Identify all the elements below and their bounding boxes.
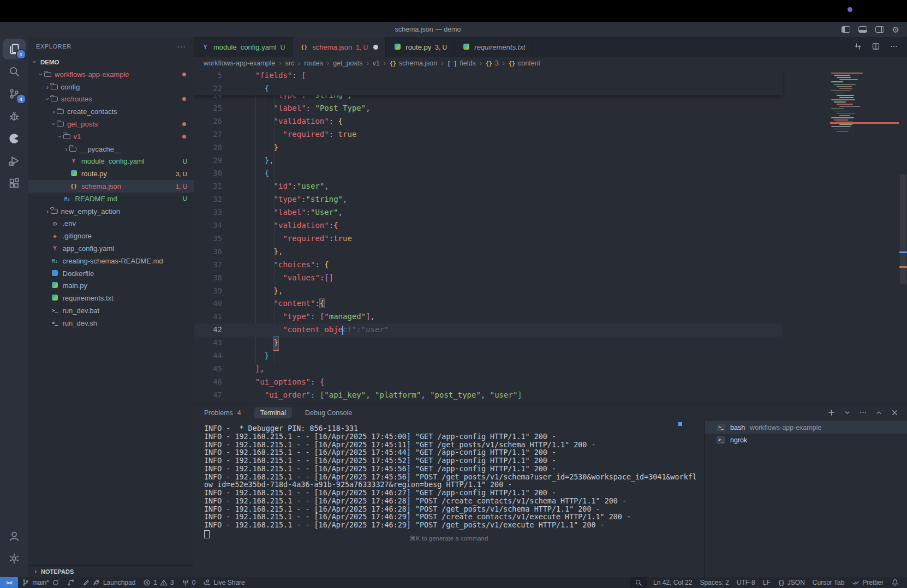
status-search[interactable] <box>630 577 647 588</box>
tree-item-readme-md[interactable]: M↓README.mdU <box>28 193 194 205</box>
toggle-secondary-sidebar-icon[interactable] <box>875 26 884 33</box>
code-line-35[interactable]: 35 "required":true <box>194 232 783 245</box>
tree-item-dockerfile[interactable]: Dockerfile <box>28 267 194 280</box>
tree-item-run-dev-sh[interactable]: >_run_dev.sh <box>28 317 194 329</box>
code-line-47[interactable]: 47 "ui_order": ["api_key", "platform", "… <box>194 389 783 402</box>
code-line-46[interactable]: 46 "ui_options": { <box>194 376 783 389</box>
breadcrumb-item-3[interactable]: {}3 <box>486 59 499 67</box>
tree-item-config[interactable]: ›config <box>28 81 194 93</box>
cursor-position[interactable]: Ln 42, Col 22 <box>649 577 696 588</box>
activity-item-extensions[interactable] <box>3 173 26 194</box>
tree-item-main-py[interactable]: main.py <box>28 280 194 292</box>
terminal-instance-bash[interactable]: >_bashworkflows-app-example <box>705 421 907 434</box>
eol[interactable]: LF <box>759 577 774 588</box>
explorer-more-actions-icon[interactable]: ··· <box>177 42 186 51</box>
code-line-32[interactable]: 32 "type":"string", <box>194 193 783 206</box>
tab-schema-json[interactable]: {}schema.json1, U <box>293 37 386 57</box>
breadcrumb-item-routes[interactable]: routes <box>304 59 323 67</box>
breadcrumb-item-src[interactable]: src <box>285 59 294 67</box>
code-line-26[interactable]: 26 "validation": { <box>194 115 783 128</box>
code-line-40[interactable]: 40 "content":{ <box>194 297 783 310</box>
panel-tab-terminal[interactable]: Terminal <box>254 407 292 418</box>
encoding[interactable]: UTF-8 <box>733 577 759 588</box>
code-line-28[interactable]: 28 } <box>194 141 783 154</box>
tab-module-config-yaml[interactable]: Ymodule_config.yamlU <box>194 37 293 57</box>
code-line-34[interactable]: 34 "validation":{ <box>194 219 783 232</box>
tree-item-app-config-yaml[interactable]: Yapp_config.yaml <box>28 242 194 255</box>
code-line-36[interactable]: 36 }, <box>194 245 783 259</box>
activity-item-explorer[interactable]: 1 <box>3 39 26 59</box>
panel-tab-debug-console[interactable]: Debug Console <box>305 409 352 417</box>
code-line-41[interactable]: 41 "type": ["managed"], <box>194 310 783 323</box>
breadcrumb-item-get-posts[interactable]: get_posts <box>333 59 362 67</box>
maximize-icon[interactable] <box>875 409 883 417</box>
tree-item-v1[interactable]: ›v1 <box>28 130 194 143</box>
tree-item-pycache[interactable]: ›__pycache__ <box>28 143 194 155</box>
breadcrumb-item-schema-json[interactable]: {}schema.json <box>390 59 437 67</box>
code-line-38[interactable]: 38 "values":[] <box>194 272 783 285</box>
activity-item-accounts[interactable] <box>3 526 26 547</box>
activity-item-source-control[interactable]: 4 <box>3 83 26 104</box>
remote-indicator[interactable]: >< <box>0 577 18 588</box>
tree-item-src-routes[interactable]: ›src/routes <box>28 93 194 106</box>
tree-item-schema-json[interactable]: {}schema.json1, U <box>28 180 194 193</box>
tree-item-module-config-yaml[interactable]: Ymodule_config.yamlU <box>28 155 194 168</box>
code-editor[interactable]: 24 "type": "string",25 "label": "Post Ty… <box>194 69 907 404</box>
tree-item-gitignore[interactable]: ◆.gitignore <box>28 230 194 242</box>
cursor-tab[interactable]: Cursor Tab <box>809 577 848 588</box>
tree-item-get-posts[interactable]: ›get_posts <box>28 118 194 130</box>
close-icon[interactable] <box>891 409 899 417</box>
code-line-42[interactable]: 42 "content_object":"user" <box>194 323 783 337</box>
tree-item-run-dev-bat[interactable]: >_run_dev.bat <box>28 304 194 317</box>
toggle-primary-sidebar-icon[interactable] <box>842 26 850 33</box>
unsaved-dot-icon[interactable] <box>373 45 378 50</box>
workspace-section-header[interactable]: › DEMO <box>28 56 194 68</box>
sticky-line-5[interactable]: 5 "fields": [ <box>194 69 783 82</box>
more-actions-icon[interactable] <box>890 42 898 51</box>
activity-item-run-and-debug[interactable] <box>3 151 26 171</box>
indentation[interactable]: Spaces: 2 <box>696 577 732 588</box>
launchpad-status[interactable]: Launchpad <box>79 577 139 588</box>
terminal-instance-ngrok[interactable]: >_ngrok <box>705 434 907 446</box>
live-share-status[interactable]: Live Share <box>199 577 248 588</box>
tree-item-new-empty-action[interactable]: ›new_empty_action <box>28 205 194 218</box>
tree-item-workflows-app-example[interactable]: ›workflows-app-example <box>28 68 194 81</box>
split-editor-icon[interactable] <box>872 42 880 51</box>
activity-item-manage-settings[interactable] <box>3 548 26 569</box>
tree-item-route-py[interactable]: route.py3, U <box>28 167 194 180</box>
breadcrumb-item-content[interactable]: {}content <box>509 59 540 67</box>
code-line-39[interactable]: 39 }, <box>194 285 783 298</box>
code-line-37[interactable]: 37 "choices": { <box>194 259 783 272</box>
toggle-panel-icon[interactable] <box>858 26 867 33</box>
settings-gear-icon[interactable]: ⚙ <box>892 26 899 34</box>
problems-status[interactable]: 13 <box>139 577 177 588</box>
language-mode[interactable]: {}JSON <box>774 577 809 588</box>
activity-item-search[interactable] <box>3 61 26 82</box>
code-line-43[interactable]: 43 } <box>194 337 783 350</box>
code-line-27[interactable]: 27 "required": true <box>194 128 783 141</box>
code-line-33[interactable]: 33 "label":"User", <box>194 206 783 219</box>
tree-item-creating-schemas-readme-md[interactable]: M↓creating-schemas-README.md <box>28 255 194 267</box>
sticky-line-22[interactable]: 22 { <box>194 82 783 95</box>
breadcrumb-item-v1[interactable]: v1 <box>373 59 380 67</box>
source-control-graph[interactable] <box>63 577 79 588</box>
code-line-31[interactable]: 31 "id":"user", <box>194 180 783 193</box>
launch-profile-icon[interactable] <box>843 409 851 417</box>
code-line-44[interactable]: 44 } <box>194 350 783 363</box>
more-icon[interactable] <box>859 409 867 417</box>
code-line-30[interactable]: 30 { <box>194 167 783 180</box>
notepads-section-header[interactable]: › NOTEPADS <box>28 565 194 577</box>
activity-item-testing-bug[interactable] <box>3 106 26 127</box>
code-line-25[interactable]: 25 "label": "Post Type", <box>194 102 783 115</box>
tree-item-create-contacts[interactable]: ›create_contacts <box>28 105 194 118</box>
code-line-45[interactable]: 45 ], <box>194 363 783 376</box>
new-terminal-icon[interactable] <box>827 409 836 417</box>
editor-scrollbar[interactable] <box>899 69 907 404</box>
notifications[interactable] <box>887 577 903 588</box>
code-line-29[interactable]: 29 }, <box>194 154 783 167</box>
open-changes-icon[interactable] <box>854 42 862 51</box>
tab-route-py[interactable]: route.py3, U <box>386 37 455 57</box>
terminal-output[interactable]: INFO - * Debugger PIN: 856-118-331INFO -… <box>204 425 700 541</box>
activity-item-extension-logo[interactable] <box>3 128 26 149</box>
tree-item-requirements-txt[interactable]: requirements.txt <box>28 292 194 304</box>
